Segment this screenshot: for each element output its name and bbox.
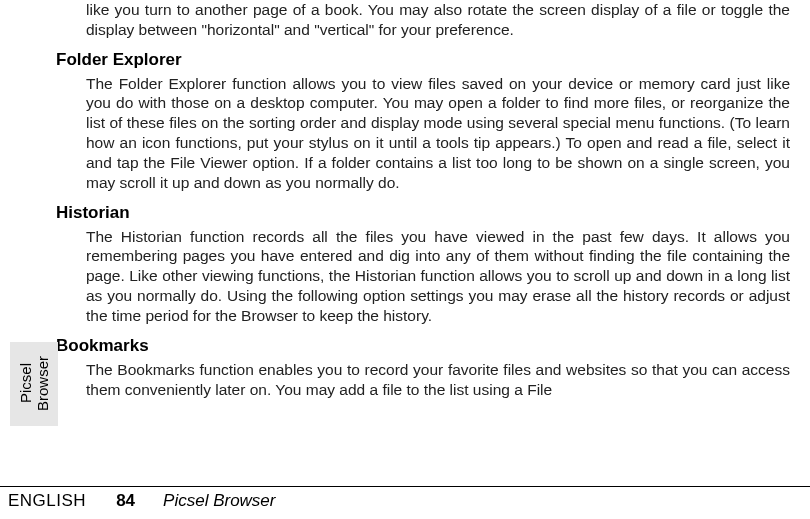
content-column: like you turn to another page of a book.… bbox=[86, 0, 800, 409]
body-folder-explorer: The Folder Explorer function allows you … bbox=[86, 74, 790, 193]
heading-bookmarks: Bookmarks bbox=[56, 336, 790, 356]
footer-divider bbox=[0, 486, 810, 487]
body-bookmarks: The Bookmarks function enables you to re… bbox=[86, 360, 790, 400]
intro-fragment-text: like you turn to another page of a book.… bbox=[86, 0, 790, 40]
footer-title: Picsel Browser bbox=[163, 491, 275, 511]
footer-page-number: 84 bbox=[116, 491, 135, 511]
body-historian: The Historian function records all the f… bbox=[86, 227, 790, 326]
side-tab-label: Picsel Browser bbox=[18, 356, 51, 411]
footer-language: ENGLISH bbox=[8, 491, 86, 511]
heading-folder-explorer: Folder Explorer bbox=[56, 50, 790, 70]
heading-historian: Historian bbox=[56, 203, 790, 223]
page-root: like you turn to another page of a book.… bbox=[0, 0, 810, 519]
footer: ENGLISH 84 Picsel Browser bbox=[0, 491, 810, 511]
side-tab: Picsel Browser bbox=[10, 342, 58, 426]
